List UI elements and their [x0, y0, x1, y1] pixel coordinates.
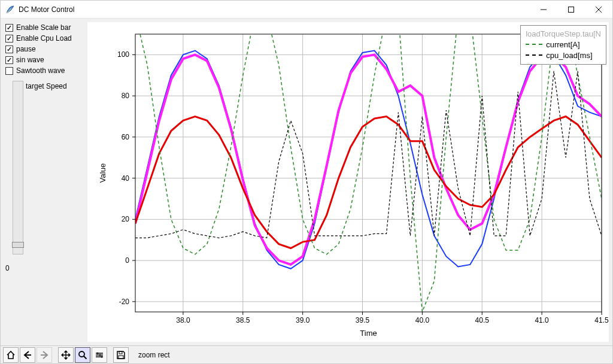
checkbox-box[interactable]: [5, 56, 13, 64]
save-icon: [116, 350, 126, 360]
svg-text:0: 0: [125, 256, 129, 265]
forward-button[interactable]: [37, 347, 52, 363]
main-area: Enable Scale barEnable Cpu Loadpausesin …: [1, 19, 612, 345]
legend-swatch: [526, 54, 542, 56]
target-speed-slider-area: 0 target Speed: [4, 81, 85, 272]
pan-icon: [61, 350, 71, 360]
svg-point-56: [97, 352, 99, 354]
checkbox-box[interactable]: [5, 67, 13, 75]
svg-text:Value: Value: [98, 163, 107, 183]
checkbox-box[interactable]: [5, 24, 13, 32]
checkbox-label: Sawtooth wave: [16, 66, 65, 75]
legend-row: current[A]: [526, 39, 601, 50]
zoom-button[interactable]: [75, 347, 90, 363]
save-button[interactable]: [113, 347, 129, 363]
svg-rect-21: [135, 34, 602, 312]
close-icon: [596, 7, 602, 13]
legend: loadTorqueStep.tau[N current[A]cpu_load[…: [520, 25, 606, 65]
target-speed-slider-thumb[interactable]: [12, 242, 24, 248]
toolbar-status: zoom rect: [138, 351, 170, 359]
checkbox-enable-cpu-load[interactable]: Enable Cpu Load: [4, 33, 85, 44]
checkbox-box[interactable]: [5, 35, 13, 43]
checkbox-list: Enable Scale barEnable Cpu Loadpausesin …: [4, 22, 85, 76]
checkbox-label: Enable Scale bar: [16, 23, 71, 32]
pan-button[interactable]: [58, 347, 74, 363]
forward-arrow-icon: [40, 350, 49, 360]
svg-text:40.0: 40.0: [415, 316, 430, 324]
svg-text:39.0: 39.0: [296, 316, 310, 324]
target-speed-slider[interactable]: [13, 81, 23, 254]
target-speed-label: target Speed: [26, 82, 67, 90]
legend-label: current[A]: [546, 40, 579, 49]
home-button[interactable]: [3, 347, 19, 363]
app-icon: [5, 5, 15, 14]
checkbox-sawtooth-wave[interactable]: Sawtooth wave: [4, 65, 85, 76]
svg-point-54: [79, 351, 84, 357]
svg-text:20: 20: [122, 215, 130, 223]
legend-swatch: [526, 44, 542, 45]
svg-text:-20: -20: [119, 298, 130, 306]
window-title: DC Motor Control: [19, 5, 74, 14]
svg-text:80: 80: [122, 92, 130, 100]
svg-rect-2: [569, 7, 574, 12]
zoom-icon: [78, 350, 87, 360]
svg-line-55: [84, 356, 87, 359]
checkbox-enable-scale-bar[interactable]: Enable Scale bar: [4, 22, 85, 33]
svg-point-58: [101, 356, 103, 357]
plot-area[interactable]: 38.038.539.039.540.040.541.041.5-2002040…: [87, 22, 609, 342]
legend-clipped-label: loadTorqueStep.tau[N: [526, 29, 601, 38]
subplots-button[interactable]: [92, 347, 107, 363]
svg-text:41.5: 41.5: [594, 316, 609, 324]
checkbox-label: pause: [16, 45, 36, 53]
svg-text:41.0: 41.0: [535, 316, 549, 324]
title-bar: DC Motor Control: [1, 1, 612, 19]
minimize-icon: [541, 7, 547, 13]
legend-label: cpu_load[ms]: [546, 51, 592, 60]
svg-text:Time: Time: [360, 329, 377, 338]
back-arrow-icon: [23, 350, 32, 360]
svg-text:38.5: 38.5: [236, 316, 250, 324]
svg-text:40: 40: [122, 174, 130, 183]
svg-text:39.5: 39.5: [356, 316, 370, 324]
home-icon: [6, 350, 16, 360]
svg-point-57: [99, 354, 101, 356]
matplotlib-toolbar: zoom rect: [1, 345, 612, 363]
subplots-icon: [95, 350, 104, 360]
legend-clipped-row: loadTorqueStep.tau[N: [526, 28, 601, 39]
legend-row: cpu_load[ms]: [526, 50, 601, 60]
svg-text:40.5: 40.5: [475, 316, 490, 324]
checkbox-sin-wave[interactable]: sin wave: [4, 54, 85, 65]
minimize-button[interactable]: [530, 1, 557, 19]
back-button[interactable]: [20, 347, 35, 363]
svg-text:100: 100: [117, 50, 129, 59]
checkbox-box[interactable]: [5, 46, 13, 53]
target-speed-value: 0: [5, 264, 10, 272]
checkbox-label: Enable Cpu Load: [16, 34, 72, 43]
maximize-button[interactable]: [557, 1, 585, 19]
checkbox-label: sin wave: [16, 56, 44, 64]
sidebar: Enable Scale barEnable Cpu Loadpausesin …: [1, 19, 87, 345]
svg-text:60: 60: [122, 133, 130, 141]
checkbox-pause[interactable]: pause: [4, 44, 85, 54]
close-button[interactable]: [585, 1, 612, 19]
chart-svg: 38.038.539.039.540.040.541.041.5-2002040…: [87, 22, 609, 342]
plot-panel: 38.038.539.039.540.040.541.041.5-2002040…: [87, 22, 609, 342]
svg-text:38.0: 38.0: [176, 316, 190, 324]
maximize-icon: [568, 7, 574, 13]
